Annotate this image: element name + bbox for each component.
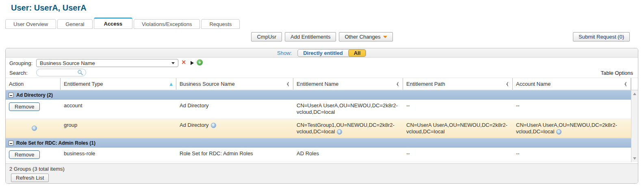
type-cell: group [61,119,176,138]
vertical-scrollbar[interactable] [631,90,638,162]
add-entitlements-button[interactable]: Add Entitlements [285,32,336,41]
chevron-down-icon [383,36,387,38]
path-text: CN=UserA UserA,OU=NEWOU,DC=2k8r2-vcloud,… [406,122,507,135]
name-cell: CN=UserA UserA,OU=NEWOU,DC=2k8r2-vcloud,… [293,100,403,119]
table-row: Removebusiness-roleRole Set for RDC: Adm… [6,148,631,162]
group-header-row[interactable]: Ad Directory (2) [6,90,631,100]
source-cell: Ad Directory [176,100,293,119]
collapse-group-icon[interactable] [9,141,13,146]
source-text: Ad Directory [180,122,209,128]
tab-user-overview[interactable]: User Overview [5,19,56,29]
path-cell: -- [403,100,513,119]
panel-footer: 2 Groups (3 total items) Refresh List [6,163,638,183]
path-cell: CN=UserA UserA,OU=NEWOU,DC=2k8r2-vcloud,… [403,119,513,138]
grid-header-row: Action Entitlement Type ▲ Business Sourc… [6,78,631,90]
grid-body: Ad Directory (2)RemoveaccountAd Director… [6,90,631,162]
chevron-down-icon [171,62,175,64]
search-icon[interactable] [77,70,83,76]
apply-grouping-icon[interactable] [191,61,194,65]
tab-access[interactable]: Access [94,17,133,29]
column-pin-icon[interactable] [505,82,509,87]
type-text: business-role [64,150,95,156]
path-cell: -- [403,148,513,162]
scrollbar-header-stub [631,78,638,90]
name-text: CN=TestGroup1,OU=NEWOU,DC=2k8r2-vcloud,D… [297,122,395,135]
group-header-row[interactable]: Role Set for RDC: Admin Roles (1) [6,138,631,148]
remove-button[interactable]: Remove [9,102,40,111]
column-pin-icon[interactable] [623,82,627,87]
other-changes-button[interactable]: Other Changes [339,32,392,41]
path-text: -- [406,150,410,156]
source-text: Ad Directory [180,102,209,109]
name-text: CN=UserA UserA,OU=NEWOU,DC=2k8r2-vcloud,… [297,102,398,115]
scroll-up-icon[interactable] [633,93,636,95]
action-cell: i [6,119,61,138]
remove-button[interactable]: Remove [9,150,40,159]
info-icon[interactable]: i [337,129,342,135]
column-pin-icon[interactable] [286,82,290,87]
group-label: Ad Directory (2) [16,92,53,98]
type-cell: business-role [61,148,176,162]
clear-grouping-icon[interactable]: × [182,58,186,66]
account-cell: -- [513,148,631,162]
info-icon[interactable]: i [211,123,216,128]
type-text: account [64,102,82,109]
scroll-down-icon[interactable] [633,157,636,160]
tab-general[interactable]: General [57,19,92,29]
grouping-select[interactable]: Business Source Name [36,59,178,67]
account-cell: -- [513,100,631,119]
type-cell: account [61,100,176,119]
page: User: UserA, UserA User Overview General… [0,0,644,189]
refresh-list-button[interactable]: Refresh List [11,174,49,182]
tab-requests[interactable]: Requests [201,19,240,29]
show-filter: Show: Directly entitled All [277,49,366,57]
page-title: User: UserA, UserA [11,3,87,13]
grid-columns: Action Entitlement Type ▲ Business Sourc… [6,78,631,162]
panel-header-strip: Show: Directly entitled All [6,48,638,58]
show-label: Show: [277,50,292,56]
sort-ascending-icon: ▲ [169,82,173,86]
source-cell: Ad Directoryi [176,119,293,138]
column-header-business-source-name[interactable]: Business Source Name [176,78,293,90]
group-count-summary: 2 Groups (3 total items) [9,166,65,172]
cmpusr-button[interactable]: CmpUsr [251,32,282,41]
toggle-directly-entitled[interactable]: Directly entitled [298,50,348,56]
entitlements-table: Action Entitlement Type ▲ Business Sourc… [6,78,638,162]
info-icon[interactable]: i [32,126,37,131]
column-header-entitlement-name[interactable]: Entitlement Name [293,78,403,90]
grouping-label: Grouping: [9,60,33,66]
collapse-group-icon[interactable] [9,93,13,98]
search-box [36,69,86,76]
group-label: Role Set for RDC: Admin Roles (1) [16,140,95,146]
search-input[interactable] [41,70,77,76]
column-pin-icon[interactable] [395,82,399,87]
column-header-action[interactable]: Action [6,78,61,90]
source-text: Role Set for RDC: Admin Roles [180,150,253,156]
account-text: CN=UserA UserA,OU=NEWOU,DC=2k8r2-vcloud,… [516,122,617,135]
account-text: -- [516,150,520,156]
info-icon[interactable]: i [556,129,562,135]
path-text: -- [406,102,410,109]
toggle-all[interactable]: All [348,50,366,56]
source-cell: Role Set for RDC: Admin Roles [176,148,293,162]
submit-request-button[interactable]: Submit Request (0) [573,32,630,41]
name-cell: AD Roles [293,148,403,162]
add-grouping-icon[interactable]: + [197,59,203,65]
toolbar: CmpUsr Add Entitlements Other Changes [0,32,644,41]
action-cell: Remove [6,148,61,162]
name-cell: CN=TestGroup1,OU=NEWOU,DC=2k8r2-vcloud,D… [293,119,403,138]
column-header-account-name[interactable]: Account Name [513,78,631,90]
type-text: group [64,122,77,128]
account-text: -- [516,102,520,109]
show-toggle-group: Directly entitled All [297,49,366,57]
table-row: RemoveaccountAd DirectoryCN=UserA UserA,… [6,100,631,119]
table-row: igroupAd DirectoryiCN=TestGroup1,OU=NEWO… [6,119,631,139]
column-header-entitlement-path[interactable]: Entitlement Path [403,78,513,90]
column-header-entitlement-type[interactable]: Entitlement Type ▲ [61,78,176,90]
action-cell: Remove [6,100,61,119]
other-changes-label: Other Changes [345,34,380,40]
tab-violations-exceptions[interactable]: Violations/Exceptions [134,19,200,29]
table-options-link[interactable]: Table Options [601,70,633,76]
name-text: AD Roles [297,150,319,156]
account-cell: CN=UserA UserA,OU=NEWOU,DC=2k8r2-vcloud,… [513,119,631,138]
